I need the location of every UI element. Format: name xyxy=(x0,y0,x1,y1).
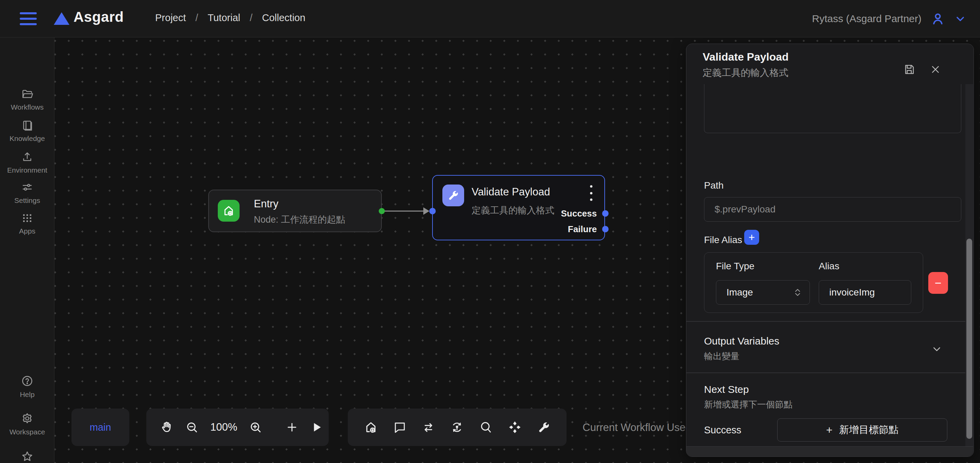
branch-button[interactable]: main xyxy=(72,409,129,446)
add-entry-node-icon[interactable] xyxy=(363,420,379,435)
chevron-down-icon[interactable] xyxy=(930,342,943,356)
sliders-icon xyxy=(21,181,33,193)
gear-icon xyxy=(21,412,34,425)
file-alias-card: File Type Image Alias xyxy=(704,252,923,313)
folder-icon xyxy=(21,88,33,100)
plus-icon: + xyxy=(749,231,755,244)
panel-footer xyxy=(686,446,973,457)
zoom-out-button[interactable] xyxy=(185,420,199,434)
next-step-subtitle: 新增或選擇下一個節點 xyxy=(704,399,792,410)
output-failure-label: Failure xyxy=(568,224,597,235)
path-label: Path xyxy=(704,180,724,191)
entry-node-icon xyxy=(218,200,240,222)
breadcrumb-project[interactable]: Project xyxy=(155,12,186,24)
path-input[interactable] xyxy=(704,197,961,222)
save-icon[interactable] xyxy=(903,63,916,76)
select-chevrons-icon xyxy=(794,287,801,297)
sidebar-item-label: Workspace xyxy=(10,428,45,436)
swap-connections-icon[interactable] xyxy=(421,420,436,434)
next-step-title: Next Step xyxy=(704,384,749,395)
section-divider xyxy=(686,321,973,322)
help-icon xyxy=(21,375,34,388)
panel-scroll-area[interactable]: Path File Alias + File Type Image Alias xyxy=(686,84,973,447)
remove-file-alias-button[interactable]: − xyxy=(928,272,948,294)
comment-icon[interactable] xyxy=(393,420,407,434)
sidebar-item-upgrade[interactable]: Upgrade xyxy=(0,450,54,463)
panel-title: Validate Payload xyxy=(703,51,789,63)
node-validate-payload[interactable]: Validate Payload 定義工具的輸入格式 Success Failu… xyxy=(432,175,605,240)
run-workflow-button[interactable] xyxy=(310,420,324,434)
user-icon[interactable] xyxy=(930,11,945,26)
workflow-usage-status: Current Workflow Used xyxy=(582,421,692,434)
breadcrumb-separator: / xyxy=(250,12,253,24)
sidebar-item-label: Workflows xyxy=(11,103,43,111)
left-sidebar: Workflows Knowledge Environment Settings xyxy=(0,37,54,463)
ai-assist-icon[interactable] xyxy=(508,420,522,435)
file-alias-label: File Alias xyxy=(704,235,742,246)
sidebar-item-label: Settings xyxy=(14,196,40,204)
panel-subtitle: 定義工具的輸入格式 xyxy=(703,66,788,79)
sidebar-item-help[interactable]: Help xyxy=(0,375,54,399)
add-node-button[interactable] xyxy=(285,421,298,434)
sidebar-item-label: Help xyxy=(20,391,34,399)
sidebar-item-settings[interactable]: Settings xyxy=(0,181,54,204)
canvas-zoom-toolbar: 100% xyxy=(146,409,329,446)
schema-textarea[interactable] xyxy=(704,84,961,133)
zoom-level: 100% xyxy=(210,421,237,433)
breadcrumb-tutorial[interactable]: Tutorial xyxy=(208,12,240,24)
validate-node-icon xyxy=(442,185,464,206)
breadcrumb-collection[interactable]: Collection xyxy=(262,12,305,24)
book-icon xyxy=(21,119,33,131)
output-variables-title: Output Variables xyxy=(704,335,779,347)
close-icon[interactable] xyxy=(929,63,942,76)
account-name: Rytass (Asgard Partner) xyxy=(812,13,921,24)
minus-icon: − xyxy=(935,276,942,290)
alias-label: Alias xyxy=(819,261,840,272)
sidebar-item-workflows[interactable]: Workflows xyxy=(0,88,54,111)
file-type-label: File Type xyxy=(716,261,754,272)
canvas-actions-toolbar xyxy=(348,409,566,446)
star-icon xyxy=(21,450,34,463)
sidebar-item-environment[interactable]: Environment xyxy=(0,151,54,174)
top-bar: Asgard Project / Tutorial / Collection R… xyxy=(0,0,980,37)
entry-node-title: Entry xyxy=(254,198,278,210)
validate-node-title: Validate Payload xyxy=(472,186,550,198)
apps-grid-icon xyxy=(21,212,33,224)
sidebar-item-label: Knowledge xyxy=(10,134,45,143)
sidebar-item-label: Environment xyxy=(7,166,47,174)
sidebar-item-apps[interactable]: Apps xyxy=(0,212,54,235)
plus-icon: + xyxy=(826,424,833,436)
add-success-target-button[interactable]: + 新增目標節點 xyxy=(777,418,947,442)
tools-wrench-icon[interactable] xyxy=(537,420,551,434)
sidebar-item-workspace[interactable]: Workspace xyxy=(0,412,54,436)
node-entry[interactable]: Entry Node: 工作流程的起點 xyxy=(208,190,382,232)
alias-input[interactable] xyxy=(819,280,911,305)
sidebar-item-knowledge[interactable]: Knowledge xyxy=(0,119,54,143)
search-icon[interactable] xyxy=(479,420,493,434)
node-menu-kebab-icon[interactable] xyxy=(587,185,595,201)
branch-label: main xyxy=(90,422,111,433)
brand-name: Asgard xyxy=(73,9,124,25)
hamburger-menu-icon[interactable] xyxy=(20,12,37,25)
pan-hand-icon[interactable] xyxy=(159,420,173,434)
file-type-value: Image xyxy=(727,287,753,298)
app-window: Entry Node: 工作流程的起點 Validate Payload 定義工… xyxy=(0,0,980,463)
output-variables-subtitle: 輸出變量 xyxy=(704,350,740,362)
entry-node-subtitle: Node: 工作流程的起點 xyxy=(254,214,345,226)
upload-icon xyxy=(21,151,33,163)
breadcrumb: Project / Tutorial / Collection xyxy=(155,12,305,24)
auto-iterate-icon[interactable] xyxy=(450,420,464,434)
validate-node-subtitle: 定義工具的輸入格式 xyxy=(472,204,554,217)
zoom-in-button[interactable] xyxy=(249,420,262,434)
account-menu[interactable]: Rytass (Asgard Partner) xyxy=(812,0,966,37)
chevron-down-icon[interactable] xyxy=(954,13,966,25)
file-type-select[interactable]: Image xyxy=(716,280,810,305)
panel-scrollbar-track xyxy=(966,84,973,447)
breadcrumb-separator: / xyxy=(195,12,198,24)
asgard-logo-icon xyxy=(54,12,69,25)
add-file-alias-button[interactable]: + xyxy=(744,230,759,245)
output-success-label: Success xyxy=(561,208,597,219)
panel-scrollbar-thumb[interactable] xyxy=(966,239,972,439)
section-divider xyxy=(686,372,973,373)
success-row-label: Success xyxy=(704,425,741,436)
